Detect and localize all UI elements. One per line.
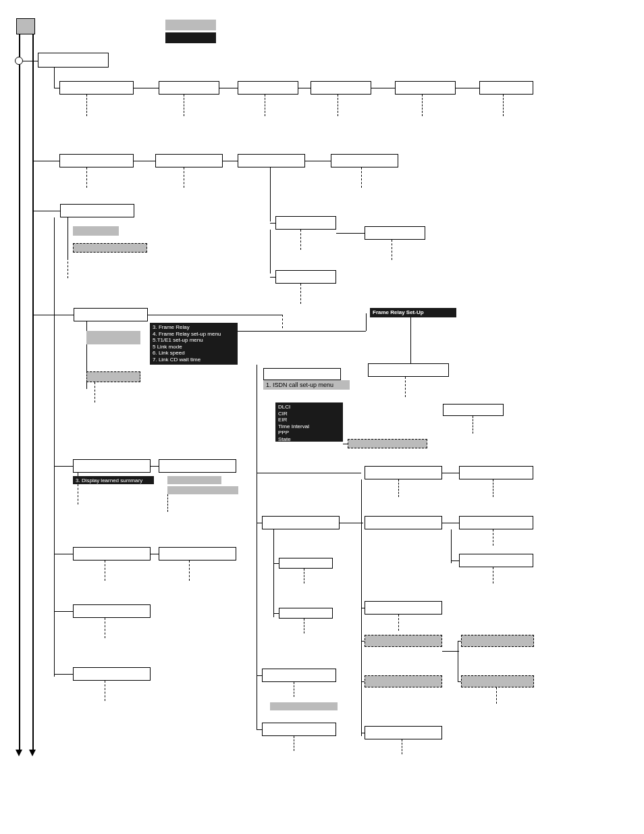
legend-gray: [165, 20, 216, 30]
rcol-a1-c2-h: [273, 613, 279, 614]
dlci-line6: State: [278, 436, 340, 443]
frset-drop: [410, 317, 411, 365]
dlci-gray-right: [348, 439, 427, 448]
fr-menu-to-frset: [238, 331, 366, 332]
b4-right-dash: [282, 315, 283, 328]
dlci-menu: DLCI CIR EIR Time Interval PPP State: [275, 402, 343, 442]
row1-dash1: [86, 95, 87, 116]
node-level1: [38, 53, 109, 68]
lcol-z2-dash: [294, 736, 294, 751]
row2b3-child1-right-dash: [392, 240, 392, 260]
rcol-z1-dash: [402, 739, 402, 754]
fr-menu-line3: 5.T1/E1 set-up menu: [153, 337, 235, 344]
b5-conn: [151, 466, 159, 467]
rcol-b1-h: [361, 608, 365, 608]
isdn-text: 1. ISDN call set-up menu: [266, 382, 333, 388]
rcol-gd2r-dash: [496, 687, 497, 704]
rcol-a1-c2-dash: [304, 619, 304, 633]
b6-from-spine: [54, 554, 73, 554]
rcol-a1-c1: [279, 558, 333, 569]
rcol-a1: [262, 516, 340, 529]
rcol-a4-h: [451, 561, 459, 561]
row2b3-drop: [270, 167, 271, 221]
b5-box2: [159, 459, 236, 473]
r-pair1-conn: [442, 473, 459, 473]
row2b3-child1: [275, 216, 336, 230]
b4-gray1: [86, 331, 140, 344]
rcol-a1-c1-dash: [304, 569, 304, 583]
root-box: [16, 18, 35, 34]
fr-menu-line2: 4. Frame Relay set-up menu: [153, 331, 235, 338]
rcol-gd1r-h: [458, 641, 461, 642]
fr-menu-line6: 7. Link CD wait time: [153, 357, 235, 363]
row1-box1: [59, 81, 134, 95]
row2b3-child2: [275, 270, 336, 284]
rcol-a1-c1-h: [273, 563, 279, 564]
row2b3-child1-to-right: [336, 233, 365, 234]
r-pair1-h: [257, 473, 361, 473]
b4-main: [74, 308, 148, 321]
b5-dash1: [78, 484, 78, 504]
b7-from-spine: [54, 611, 73, 612]
fr-menu-line1: 3. Frame Relay: [153, 324, 235, 331]
rcol-a4-dash: [493, 567, 493, 583]
b8-box1: [73, 667, 151, 681]
b5-dash2: [167, 494, 168, 512]
rcol-a1-c2: [279, 608, 333, 619]
b6-box1: [73, 547, 151, 561]
dlci-line2: CIR: [278, 411, 340, 417]
row1-conn12: [134, 88, 159, 88]
learned-text: 3. Display learned summary: [76, 477, 142, 484]
b7-box1: [73, 604, 151, 618]
learned-label: 3. Display learned summary: [73, 476, 154, 484]
rcol-gd2-h: [361, 681, 365, 682]
r-pair1-dash-l: [398, 479, 399, 497]
b8-dash1: [105, 681, 105, 701]
lcol-z1-dash: [294, 682, 294, 697]
row1-conn34: [298, 88, 311, 88]
rcol-gd1r: [461, 635, 534, 647]
frset-child1-r: [443, 404, 504, 416]
row2b3-child1-h: [270, 223, 275, 224]
row2b3-child2-dash: [300, 284, 301, 304]
rcol-a1-to-right: [340, 523, 363, 523]
row2b3-child1-right: [365, 226, 425, 240]
conn-root-child1: [23, 61, 38, 61]
lcol-z2-h: [257, 729, 262, 730]
b4-dash: [95, 382, 95, 402]
fr-menu-to-frset-v: [366, 313, 367, 331]
dlci-right-h: [343, 444, 348, 444]
b3-drop: [68, 217, 68, 258]
frame-relay-menu: 3. Frame Relay 4. Frame Relay set-up men…: [150, 323, 238, 365]
r-pair1-left: [365, 466, 442, 479]
lcol-z1: [262, 669, 336, 682]
rcol-gd2r-h: [458, 681, 461, 682]
frame-relay-setup-label: Frame Relay Set-Up: [370, 308, 456, 317]
rcol-a4: [459, 554, 533, 567]
row1-dash6: [503, 95, 504, 116]
b4-gray2: [86, 371, 140, 382]
isdn-gray: 1. ISDN call set-up menu: [263, 380, 350, 390]
rcol-a2-to-a3: [442, 523, 459, 523]
b6-conn: [151, 554, 159, 554]
row2b3-drop2: [270, 230, 271, 273]
frset-child1-r-dash: [473, 416, 473, 434]
row1-drop0: [54, 68, 55, 88]
row2-dash1: [86, 167, 87, 188]
lcol-z1-h: [257, 675, 262, 676]
b4-from-spine: [33, 315, 74, 315]
row2-box4: [331, 154, 398, 167]
b5-box1: [73, 459, 151, 473]
row2-dash4: [361, 167, 362, 188]
isdn-conn: [257, 365, 257, 729]
rcol-gd1-h: [361, 641, 365, 642]
rcol-z1: [365, 726, 442, 739]
row1-dash5: [422, 95, 423, 116]
b6-box2: [159, 547, 236, 561]
row1-box6: [479, 81, 533, 95]
rcol-a3: [459, 516, 533, 529]
row2-box1: [59, 154, 134, 167]
b3-from-spine: [33, 211, 60, 211]
rcol-a1-h: [257, 523, 262, 523]
rcol-a-v: [451, 529, 452, 563]
